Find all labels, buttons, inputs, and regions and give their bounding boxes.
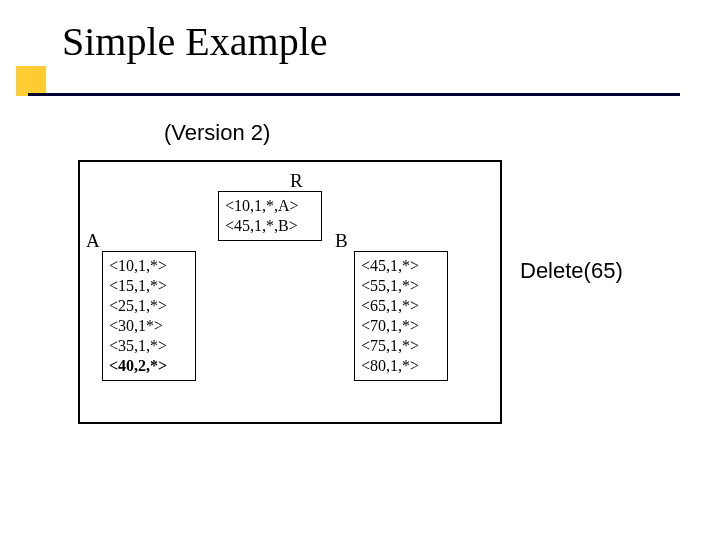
label-b: B (335, 230, 348, 252)
node-row: <80,1,*> (361, 356, 441, 376)
node-row: <25,1,*> (109, 296, 189, 316)
node-row: <45,1,*,B> (225, 216, 315, 236)
label-r: R (290, 170, 303, 192)
node-r: <10,1,*,A><45,1,*,B> (218, 191, 322, 241)
node-row: <40,2,*> (109, 356, 189, 376)
node-row: <30,1*> (109, 316, 189, 336)
subtitle: (Version 2) (164, 120, 270, 146)
node-row: <45,1,*> (361, 256, 441, 276)
node-b: <45,1,*><55,1,*><65,1,*><70,1,*><75,1,*>… (354, 251, 448, 381)
page-title: Simple Example (62, 18, 328, 65)
node-row: <15,1,*> (109, 276, 189, 296)
operation-label: Delete(65) (520, 258, 623, 284)
node-row: <75,1,*> (361, 336, 441, 356)
node-row: <55,1,*> (361, 276, 441, 296)
label-a: A (86, 230, 100, 252)
node-row: <10,1,*> (109, 256, 189, 276)
node-row: <65,1,*> (361, 296, 441, 316)
node-a: <10,1,*><15,1,*><25,1,*><30,1*><35,1,*><… (102, 251, 196, 381)
title-underline (28, 93, 680, 96)
node-row: <35,1,*> (109, 336, 189, 356)
accent-square (16, 66, 46, 96)
node-row: <70,1,*> (361, 316, 441, 336)
node-row: <10,1,*,A> (225, 196, 315, 216)
